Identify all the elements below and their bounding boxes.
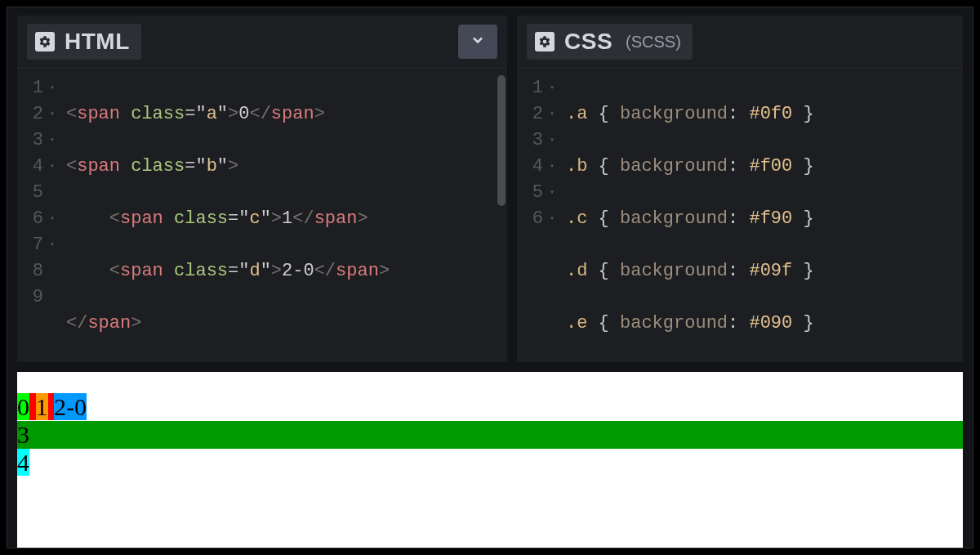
result-span-b: 1 2-0 <box>29 393 87 420</box>
css-panel-header: CSS (SCSS) <box>517 16 963 69</box>
app-frame: HTML 1▾ 2▾ 3▾ 4▾ 5 6▾ 7▾ <box>7 7 973 548</box>
gear-icon[interactable] <box>35 32 55 51</box>
css-panel-title: CSS <box>564 29 612 55</box>
result-div-e: 3 <box>17 421 963 449</box>
result-body: 0 1 2-0 3 4 <box>17 372 963 477</box>
chevron-down-icon <box>470 32 486 51</box>
html-panel-dropdown[interactable] <box>458 25 497 59</box>
css-title-group[interactable]: CSS (SCSS) <box>527 24 693 60</box>
css-panel-subtitle: (SCSS) <box>626 33 681 51</box>
scrollbar-thumb[interactable] <box>497 75 506 206</box>
result-span-a: 0 <box>17 393 29 420</box>
css-editor-panel: CSS (SCSS) 1▾ 2▾ 3▾ 4▾ 5▾ 6▾ .a { backgr… <box>517 16 963 362</box>
result-span-d: 2-0 <box>54 393 87 420</box>
html-title-group[interactable]: HTML <box>27 24 141 60</box>
result-span-c: 1 <box>36 393 48 420</box>
html-panel-header: HTML <box>17 16 507 69</box>
editors-row: HTML 1▾ 2▾ 3▾ 4▾ 5 6▾ 7▾ <box>7 7 973 362</box>
css-code-area[interactable]: 1▾ 2▾ 3▾ 4▾ 5▾ 6▾ .a { background: #0f0 … <box>517 69 963 362</box>
result-preview: 0 1 2-0 3 4 <box>17 372 963 548</box>
html-code-lines[interactable]: <span class="a">0</span> <span class="b"… <box>60 75 507 362</box>
html-panel-title: HTML <box>65 29 130 55</box>
html-editor-panel: HTML 1▾ 2▾ 3▾ 4▾ 5 6▾ 7▾ <box>17 16 507 362</box>
html-code-area[interactable]: 1▾ 2▾ 3▾ 4▾ 5 6▾ 7▾ 8 9 <span class="a">… <box>17 69 507 362</box>
result-span-f: 4 <box>17 449 29 476</box>
css-gutter: 1▾ 2▾ 3▾ 4▾ 5▾ 6▾ <box>517 75 559 362</box>
gear-icon[interactable] <box>535 32 555 51</box>
html-gutter: 1▾ 2▾ 3▾ 4▾ 5 6▾ 7▾ 8 9 <box>17 75 60 362</box>
css-code-lines[interactable]: .a { background: #0f0 } .b { background:… <box>559 75 963 362</box>
